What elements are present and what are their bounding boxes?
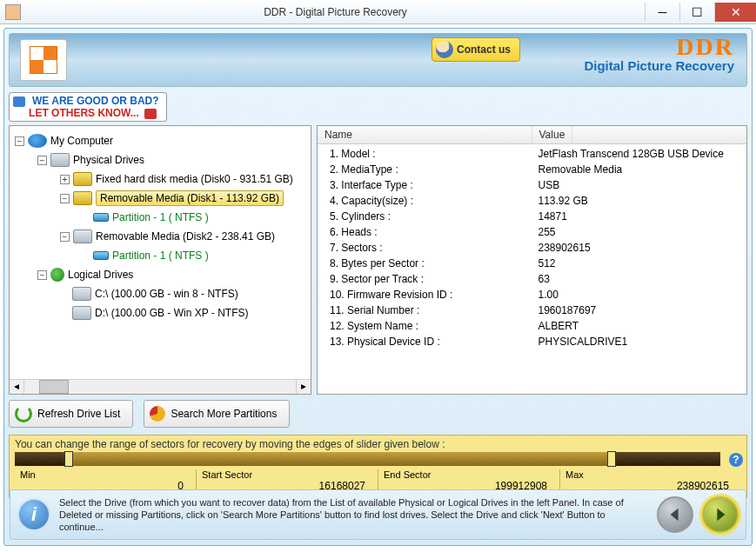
detail-row: 6. Heads :255 [318, 224, 746, 240]
info-icon: i [17, 498, 50, 531]
detail-name: 11. Serial Number : [330, 304, 539, 316]
refresh-icon [15, 405, 32, 422]
tree-disk0[interactable]: +Fixed hard disk media (Disk0 - 931.51 G… [11, 170, 309, 189]
tree-disk1-selected[interactable]: −Removable Media (Disk1 - 113.92 GB) [11, 189, 309, 208]
collapse-icon[interactable]: − [37, 270, 47, 280]
detail-name: 4. Capacity(size) : [330, 195, 539, 207]
col-name: Name [318, 126, 532, 143]
drive-group-icon [50, 153, 70, 167]
detail-value: 255 [539, 226, 556, 238]
detail-name: 3. Interface Type : [330, 179, 539, 191]
details-header: Name Value [318, 126, 746, 144]
minimize-button[interactable]: ─ [645, 3, 679, 22]
detail-row: 5. Cylinders :14871 [318, 209, 746, 224]
hdd-icon [73, 172, 92, 186]
drive-icon [72, 306, 91, 320]
detail-value: ALBERT [539, 320, 579, 332]
detail-name: 12. System Name : [330, 320, 539, 332]
tree-disk1-partition[interactable]: Partition - 1 ( NTFS ) [11, 208, 309, 227]
detail-value: 14871 [539, 210, 567, 223]
search-label: Search More Partitions [171, 408, 277, 420]
detail-name: 5. Cylinders : [330, 210, 539, 223]
contact-label: Contact us [457, 43, 511, 56]
detail-name: 2. MediaType : [330, 163, 539, 176]
drive-tree-panel: −My Computer −Physical Drives +Fixed har… [9, 125, 311, 395]
detail-name: 9. Sector per Track : [330, 273, 539, 285]
feedback-button[interactable]: WE ARE GOOD OR BAD? LET OTHERS KNOW... [9, 92, 167, 122]
app-logo [20, 39, 67, 81]
detail-name: 1. Model : [330, 148, 539, 160]
tree-logical-drives[interactable]: −Logical Drives [11, 265, 309, 284]
tree-disk2[interactable]: −Removable Media (Disk2 - 238.41 GB) [11, 227, 309, 246]
refresh-label: Refresh Drive List [37, 408, 120, 420]
detail-row: 10. Firmware Revision ID :1.00 [318, 287, 746, 303]
detail-name: 10. Firmware Revision ID : [330, 289, 539, 301]
close-button[interactable]: ✕ [714, 3, 756, 22]
detail-row: 11. Serial Number :1960187697 [318, 303, 746, 318]
window-title: DDR - Digital Picture Recovery [26, 6, 645, 18]
partition-icon [93, 251, 109, 260]
tree-drive-c[interactable]: C:\ (100.00 GB - win 8 - NTFS) [11, 284, 309, 303]
detail-row: 9. Sector per Track :63 [318, 271, 746, 287]
search-more-partitions-button[interactable]: Search More Partitions [144, 400, 290, 428]
next-button[interactable] [702, 496, 739, 533]
banner: Contact us DDR Digital Picture Recovery [9, 33, 747, 87]
tree-drive-d[interactable]: D:\ (100.00 GB - Win XP - NTFS) [11, 303, 309, 323]
tree-hscrollbar[interactable]: ◂▸ [10, 379, 311, 394]
tree-physical-drives[interactable]: −Physical Drives [11, 150, 309, 170]
detail-name: 7. Sectors : [330, 242, 539, 254]
detail-row: 12. System Name :ALBERT [318, 318, 746, 334]
detail-row: 2. MediaType :Removable Media [318, 162, 746, 177]
detail-row: 3. Interface Type :USB [318, 177, 746, 193]
tree-root[interactable]: −My Computer [11, 131, 309, 150]
detail-name: 6. Heads : [330, 226, 539, 238]
collapse-icon[interactable]: − [15, 136, 24, 146]
app-icon [5, 4, 21, 20]
contact-us-button[interactable]: Contact us [432, 37, 520, 62]
hdd-icon [73, 191, 92, 205]
thumb-icon [13, 96, 25, 107]
detail-value: JetFlash Transcend 128GB USB Device [539, 148, 724, 160]
detail-value: 63 [539, 273, 550, 285]
detail-row: 7. Sectors :238902615 [318, 240, 746, 256]
detail-name: 13. Physical Device ID : [330, 336, 539, 348]
detail-value: 238902615 [539, 242, 591, 254]
collapse-icon[interactable]: − [37, 156, 47, 165]
footer-text: Select the Drive (from which you want to… [59, 496, 648, 533]
title-bar: DDR - Digital Picture Recovery ─ ☐ ✕ [0, 0, 756, 24]
hdd-icon [73, 229, 92, 243]
sector-message: You can change the range of sectors for … [15, 438, 741, 450]
detail-row: 1. Model :JetFlash Transcend 128GB USB D… [318, 146, 746, 162]
partition-search-icon [150, 406, 165, 422]
computer-icon [28, 134, 47, 148]
expand-icon[interactable]: + [60, 175, 70, 184]
refresh-drive-list-button[interactable]: Refresh Drive List [9, 400, 133, 428]
col-value: Value [532, 126, 573, 143]
detail-value: Removable Media [539, 163, 623, 176]
maximize-button[interactable]: ☐ [679, 3, 714, 22]
detail-row: 8. Bytes per Sector :512 [318, 256, 746, 271]
footer-bar: i Select the Drive (from which you want … [10, 489, 746, 540]
detail-value: USB [539, 179, 560, 191]
detail-name: 8. Bytes per Sector : [330, 257, 539, 269]
brand-title: DDR [584, 36, 734, 58]
contact-icon [436, 41, 453, 58]
brand-subtitle: Digital Picture Recovery [584, 58, 734, 73]
detail-value: 113.92 GB [539, 195, 588, 207]
collapse-icon[interactable]: − [60, 194, 70, 203]
thumb-down-icon [144, 109, 157, 119]
detail-row: 13. Physical Device ID :PHYSICALDRIVE1 [318, 334, 746, 349]
help-icon[interactable]: ? [729, 453, 743, 467]
drive-icon [72, 287, 91, 301]
detail-value: 512 [539, 257, 556, 269]
main-frame: Contact us DDR Digital Picture Recovery … [3, 28, 753, 546]
slider-handle-start[interactable] [64, 451, 73, 467]
brand-block: DDR Digital Picture Recovery [584, 36, 734, 73]
detail-value: 1960187697 [539, 304, 597, 316]
tree-disk2-partition[interactable]: Partition - 1 ( NTFS ) [11, 246, 309, 265]
detail-value: PHYSICALDRIVE1 [539, 336, 628, 348]
back-button[interactable] [657, 496, 693, 533]
sector-slider[interactable] [15, 452, 720, 466]
collapse-icon[interactable]: − [60, 232, 70, 242]
slider-handle-end[interactable] [607, 451, 616, 467]
